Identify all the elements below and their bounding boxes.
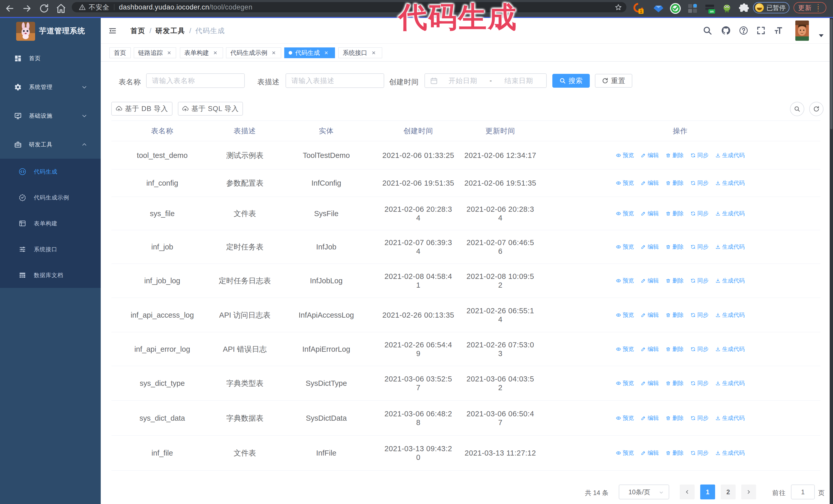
- reset-button[interactable]: 重置: [595, 74, 632, 88]
- extension-on-icon[interactable]: on: [704, 3, 716, 14]
- preview-link[interactable]: 预览: [616, 379, 634, 388]
- edit-link[interactable]: 编辑: [641, 242, 659, 251]
- delete-link[interactable]: 删除: [666, 449, 684, 457]
- table-row-tool_test_demo[interactable]: tool_test_demo测试示例表ToolTestDemo2021-02-0…: [112, 141, 820, 169]
- tab-close-icon[interactable]: [324, 50, 329, 56]
- preview-link[interactable]: 预览: [616, 179, 634, 187]
- goto-page-input[interactable]: 1: [791, 484, 815, 499]
- delete-link[interactable]: 删除: [666, 379, 684, 388]
- extension-paused-pill[interactable]: 已暂停: [753, 2, 789, 13]
- column-header[interactable]: 表名称: [112, 127, 213, 135]
- preview-link[interactable]: 预览: [616, 311, 634, 319]
- delete-link[interactable]: 删除: [666, 242, 684, 251]
- breadcrumb-devtools[interactable]: 研发工具: [156, 26, 185, 35]
- generate-code-link[interactable]: 生成代码: [715, 449, 745, 457]
- generate-code-link[interactable]: 生成代码: [715, 311, 745, 319]
- table-row-sys_dict_type[interactable]: sys_dict_type字典类型表SysDictType2021-03-06 …: [112, 366, 820, 401]
- column-header[interactable]: 实体: [277, 127, 376, 135]
- extension-orange-icon[interactable]: 1: [633, 3, 645, 14]
- tab-active-4[interactable]: 代码生成: [284, 47, 335, 58]
- preview-link[interactable]: 预览: [616, 277, 634, 285]
- edit-link[interactable]: 编辑: [641, 151, 659, 160]
- table-row-sys_file[interactable]: sys_file文件表SysFile2021-02-06 20:28:34202…: [112, 197, 820, 230]
- tab-1[interactable]: 链路追踪: [134, 47, 176, 58]
- table-row-inf_job[interactable]: inf_job定时任务表InfJob2021-02-07 06:39:34202…: [112, 230, 820, 264]
- sidebar-subitem-form-builder[interactable]: 表单构建: [0, 211, 101, 236]
- extension-gem-icon[interactable]: [652, 3, 664, 14]
- sidebar-subitem-api[interactable]: 系统接口: [0, 236, 101, 262]
- tab-2[interactable]: 表单构建: [180, 47, 223, 58]
- prev-page-button[interactable]: [680, 484, 695, 499]
- extension-check-icon[interactable]: [669, 3, 681, 14]
- delete-link[interactable]: 删除: [666, 151, 684, 160]
- table-row-inf_file[interactable]: inf_file文件表InfFile2021-03-13 09:43:20202…: [112, 436, 820, 471]
- preview-link[interactable]: 预览: [616, 209, 634, 218]
- preview-link[interactable]: 预览: [616, 345, 634, 354]
- import-db-button[interactable]: 基于 DB 导入: [111, 102, 172, 116]
- import-sql-button[interactable]: 基于 SQL 导入: [178, 102, 243, 116]
- preview-link[interactable]: 预览: [616, 449, 634, 457]
- tab-5[interactable]: 系统接口: [338, 47, 382, 58]
- date-range-input[interactable]: 开始日期 - 结束日期: [425, 73, 547, 88]
- next-page-button[interactable]: [741, 484, 756, 499]
- user-avatar[interactable]: [795, 21, 809, 41]
- table-row-inf_api_access_log[interactable]: inf_api_access_logAPI 访问日志表InfApiAccessL…: [112, 298, 820, 332]
- fullscreen-icon[interactable]: [756, 26, 766, 35]
- sync-link[interactable]: 同步: [690, 151, 709, 160]
- scrollbar-thumb[interactable]: [830, 19, 832, 129]
- delete-link[interactable]: 删除: [666, 179, 684, 187]
- sync-link[interactable]: 同步: [690, 345, 709, 354]
- sync-link[interactable]: 同步: [690, 311, 709, 319]
- header-search-icon[interactable]: [703, 26, 712, 35]
- delete-link[interactable]: 删除: [666, 209, 684, 218]
- browser-update-button[interactable]: 更新 ⋮⋮: [793, 2, 826, 13]
- browser-reload-icon[interactable]: [39, 3, 49, 14]
- page-button-1[interactable]: 1: [700, 484, 715, 499]
- address-bar[interactable]: 不安全 dashboard.yudao.iocoder.cn/tool/code…: [72, 2, 626, 12]
- delete-link[interactable]: 删除: [666, 345, 684, 354]
- edit-link[interactable]: 编辑: [641, 345, 659, 354]
- browser-home-icon[interactable]: [56, 3, 66, 14]
- column-header[interactable]: 操作: [540, 127, 820, 135]
- hamburger-icon[interactable]: [108, 26, 117, 35]
- generate-code-link[interactable]: 生成代码: [715, 209, 745, 218]
- tab-close-icon[interactable]: [271, 50, 277, 56]
- github-icon[interactable]: [721, 26, 731, 35]
- delete-link[interactable]: 删除: [666, 277, 684, 285]
- sidebar-item-system[interactable]: 系统管理: [0, 74, 101, 100]
- help-icon[interactable]: [739, 26, 748, 35]
- sync-link[interactable]: 同步: [690, 414, 709, 423]
- breadcrumb-home[interactable]: 首页: [130, 26, 145, 35]
- column-header[interactable]: 创建时间: [376, 127, 460, 135]
- generate-code-link[interactable]: 生成代码: [715, 379, 745, 388]
- table-row-sys_dict_data[interactable]: sys_dict_data字典数据表SysDictData2021-03-06 …: [112, 401, 820, 436]
- preview-link[interactable]: 预览: [616, 242, 634, 251]
- generate-code-link[interactable]: 生成代码: [715, 179, 745, 187]
- url-domain[interactable]: dashboard.yudao.iocoder.cn: [119, 3, 209, 11]
- tab-close-icon[interactable]: [213, 50, 218, 56]
- table-name-input[interactable]: 请输入表名称: [146, 73, 245, 88]
- sync-link[interactable]: 同步: [690, 179, 709, 187]
- edit-link[interactable]: 编辑: [641, 414, 659, 423]
- bookmark-star-icon[interactable]: [615, 4, 622, 11]
- search-button[interactable]: 搜索: [552, 74, 590, 88]
- column-header[interactable]: 表描述: [213, 127, 277, 135]
- table-desc-input[interactable]: 请输入表描述: [286, 73, 384, 88]
- sidebar-item-infra[interactable]: 基础设施: [0, 103, 101, 129]
- sidebar-item-home[interactable]: 首页: [0, 46, 101, 71]
- sync-link[interactable]: 同步: [690, 449, 709, 457]
- tab-close-icon[interactable]: [371, 50, 377, 56]
- sidebar-subitem-db-doc[interactable]: 数据库文档: [0, 262, 101, 288]
- show-search-toggle-button[interactable]: [790, 102, 804, 116]
- delete-link[interactable]: 删除: [666, 311, 684, 319]
- generate-code-link[interactable]: 生成代码: [715, 151, 745, 160]
- extension-grid-icon[interactable]: [687, 3, 698, 14]
- edit-link[interactable]: 编辑: [641, 311, 659, 319]
- column-header[interactable]: 更新时间: [460, 127, 540, 135]
- font-size-icon[interactable]: [774, 26, 783, 35]
- edit-link[interactable]: 编辑: [641, 209, 659, 218]
- generate-code-link[interactable]: 生成代码: [715, 242, 745, 251]
- tab-0[interactable]: 首页: [110, 47, 131, 58]
- sidebar-item-devtools[interactable]: 研发工具: [0, 132, 101, 158]
- browser-menu-dots-icon[interactable]: ⋮⋮: [815, 5, 821, 10]
